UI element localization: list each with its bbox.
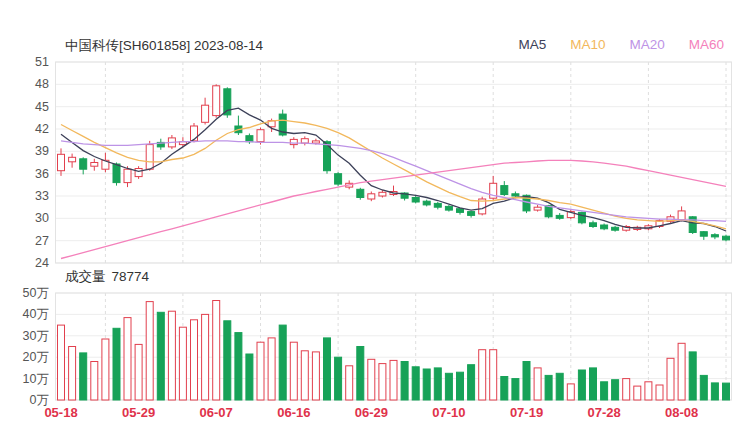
volume-bar[interactable] <box>224 321 231 400</box>
volume-bar[interactable] <box>711 383 718 400</box>
candle[interactable] <box>235 116 242 135</box>
candle[interactable] <box>578 212 585 225</box>
volume-bar[interactable] <box>124 318 131 400</box>
candle[interactable] <box>80 157 87 174</box>
candle[interactable] <box>612 226 619 232</box>
candle[interactable] <box>213 84 220 118</box>
volume-bar[interactable] <box>379 364 386 400</box>
candle[interactable] <box>501 181 508 196</box>
volume-bar[interactable] <box>612 380 619 400</box>
candle[interactable] <box>700 231 707 240</box>
y-axis-label: 27 <box>35 234 49 248</box>
candle[interactable] <box>711 233 718 239</box>
candle[interactable] <box>357 188 364 200</box>
volume-bar[interactable] <box>213 301 220 401</box>
candle[interactable] <box>202 98 209 125</box>
candle[interactable] <box>157 139 164 150</box>
candle[interactable] <box>723 235 730 242</box>
volume-bar[interactable] <box>601 382 608 400</box>
candle[interactable] <box>69 154 76 168</box>
volume-bar[interactable] <box>312 352 319 400</box>
volume-bar[interactable] <box>634 386 641 400</box>
candle[interactable] <box>135 166 142 179</box>
volume-bar[interactable] <box>545 375 552 400</box>
candle[interactable] <box>412 196 419 203</box>
volume-bar[interactable] <box>346 366 353 400</box>
volume-bar[interactable] <box>301 351 308 400</box>
volume-bar[interactable] <box>445 373 452 400</box>
volume-bar[interactable] <box>191 320 198 400</box>
volume-bar[interactable] <box>457 372 464 400</box>
volume-bar[interactable] <box>523 362 530 401</box>
candle[interactable] <box>390 186 397 196</box>
candle[interactable] <box>601 224 608 231</box>
candle[interactable] <box>590 221 597 228</box>
volume-bar[interactable] <box>567 384 574 400</box>
volume-bar[interactable] <box>202 314 209 400</box>
volume-bar[interactable] <box>656 385 663 400</box>
candle[interactable] <box>224 87 231 118</box>
volume-bar[interactable] <box>357 347 364 401</box>
volume-bar[interactable] <box>512 379 519 400</box>
candle[interactable] <box>301 136 308 145</box>
candle[interactable] <box>91 159 98 171</box>
candle[interactable] <box>490 176 497 201</box>
volume-bar[interactable] <box>80 353 87 400</box>
volume-bar[interactable] <box>490 350 497 400</box>
candle[interactable] <box>479 197 486 216</box>
volume-bar[interactable] <box>468 365 475 400</box>
volume-bar[interactable] <box>390 360 397 400</box>
volume-bar[interactable] <box>168 311 175 400</box>
volume-bar[interactable] <box>157 312 164 400</box>
volume-bar[interactable] <box>179 327 186 400</box>
volume-bar[interactable] <box>257 342 264 400</box>
candle[interactable] <box>368 192 375 202</box>
candle[interactable] <box>445 205 452 212</box>
candle[interactable] <box>689 216 696 234</box>
volume-bar[interactable] <box>368 359 375 400</box>
volume-bar[interactable] <box>324 338 331 400</box>
volume-bar[interactable] <box>689 352 696 400</box>
volume-bar[interactable] <box>135 344 142 400</box>
volume-bar[interactable] <box>667 358 674 400</box>
candle[interactable] <box>534 205 541 212</box>
candle[interactable] <box>146 141 153 171</box>
volume-bar[interactable] <box>58 325 65 400</box>
candle[interactable] <box>567 209 574 219</box>
candle[interactable] <box>434 202 441 209</box>
volume-bar[interactable] <box>146 302 153 400</box>
candle[interactable] <box>423 200 430 207</box>
volume-bar[interactable] <box>700 375 707 400</box>
volume-bar[interactable] <box>623 379 630 400</box>
candle[interactable] <box>58 148 65 176</box>
candle[interactable] <box>468 211 475 218</box>
volume-bar[interactable] <box>578 370 585 400</box>
volume-bar[interactable] <box>69 347 76 401</box>
volume-bar[interactable] <box>645 382 652 400</box>
candle[interactable] <box>556 213 563 220</box>
volume-bar[interactable] <box>434 368 441 400</box>
volume-bar[interactable] <box>290 342 297 400</box>
volume-bar[interactable] <box>412 367 419 400</box>
volume-bar[interactable] <box>401 362 408 401</box>
candle[interactable] <box>335 172 342 186</box>
y-axis-label: 51 <box>35 55 49 69</box>
volume-bar[interactable] <box>113 328 120 400</box>
volume-bar[interactable] <box>556 373 563 400</box>
volume-axis-label: 10万 <box>23 372 49 386</box>
candlestick-volume-canvas[interactable]: 5148454239363330272450万40万30万20万10万0万05-… <box>0 0 740 440</box>
volume-bar[interactable] <box>423 369 430 400</box>
volume-bar[interactable] <box>335 357 342 400</box>
volume-bar[interactable] <box>479 350 486 400</box>
volume-bar[interactable] <box>590 368 597 400</box>
volume-bar[interactable] <box>102 339 109 400</box>
volume-bar[interactable] <box>246 354 253 400</box>
volume-bar[interactable] <box>91 362 98 401</box>
volume-bar[interactable] <box>279 325 286 400</box>
volume-bar[interactable] <box>235 333 242 400</box>
volume-bar[interactable] <box>723 383 730 400</box>
volume-bar[interactable] <box>678 343 685 400</box>
volume-bar[interactable] <box>268 338 275 400</box>
volume-bar[interactable] <box>534 368 541 400</box>
volume-bar[interactable] <box>501 377 508 401</box>
